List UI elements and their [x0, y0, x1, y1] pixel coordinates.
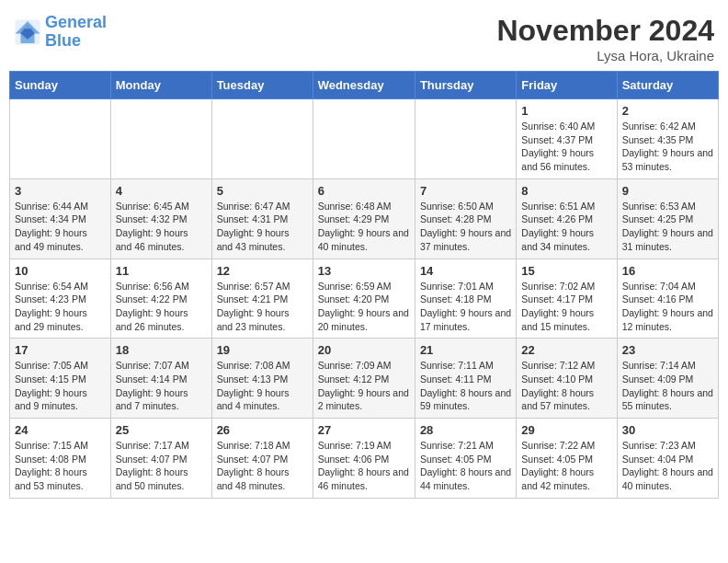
- day-info: Sunrise: 7:15 AMSunset: 4:08 PMDaylight:…: [15, 439, 106, 493]
- day-cell: [415, 99, 516, 179]
- day-number: 24: [15, 423, 106, 437]
- day-cell: 12Sunrise: 6:57 AMSunset: 4:21 PMDayligh…: [211, 259, 313, 339]
- day-number: 17: [15, 343, 106, 357]
- day-cell: 2Sunrise: 6:42 AMSunset: 4:35 PMDaylight…: [617, 99, 718, 179]
- day-number: 19: [217, 343, 308, 357]
- day-cell: 29Sunrise: 7:22 AMSunset: 4:05 PMDayligh…: [517, 419, 617, 499]
- day-number: 28: [420, 423, 511, 437]
- day-info: Sunrise: 6:48 AMSunset: 4:29 PMDaylight:…: [318, 200, 410, 254]
- day-number: 23: [622, 343, 713, 357]
- calendar-header: SundayMondayTuesdayWednesdayThursdayFrid…: [10, 72, 719, 99]
- day-number: 4: [116, 184, 207, 198]
- month-title: November 2024: [496, 14, 714, 48]
- day-cell: 16Sunrise: 7:04 AMSunset: 4:16 PMDayligh…: [617, 259, 718, 339]
- day-info: Sunrise: 7:23 AMSunset: 4:04 PMDaylight:…: [622, 439, 713, 493]
- day-cell: 4Sunrise: 6:45 AMSunset: 4:32 PMDaylight…: [110, 178, 211, 259]
- day-info: Sunrise: 7:21 AMSunset: 4:05 PMDaylight:…: [420, 439, 511, 493]
- week-row-1: 1Sunrise: 6:40 AMSunset: 4:37 PMDaylight…: [10, 99, 719, 179]
- day-cell: 3Sunrise: 6:44 AMSunset: 4:34 PMDaylight…: [10, 178, 111, 259]
- day-number: 27: [318, 423, 410, 437]
- day-cell: 24Sunrise: 7:15 AMSunset: 4:08 PMDayligh…: [10, 419, 111, 499]
- day-info: Sunrise: 7:08 AMSunset: 4:13 PMDaylight:…: [217, 359, 308, 413]
- day-cell: [110, 99, 211, 179]
- weekday-thursday: Thursday: [415, 72, 516, 99]
- day-number: 21: [420, 343, 511, 357]
- day-cell: [313, 99, 415, 179]
- day-number: 15: [521, 264, 611, 278]
- weekday-friday: Friday: [517, 72, 617, 99]
- day-cell: 7Sunrise: 6:50 AMSunset: 4:28 PMDaylight…: [415, 178, 516, 259]
- logo-text: General Blue: [45, 14, 107, 51]
- day-cell: 10Sunrise: 6:54 AMSunset: 4:23 PMDayligh…: [10, 259, 111, 339]
- day-info: Sunrise: 6:45 AMSunset: 4:32 PMDaylight:…: [116, 200, 207, 254]
- day-number: 22: [521, 343, 611, 357]
- day-info: Sunrise: 7:22 AMSunset: 4:05 PMDaylight:…: [521, 439, 611, 493]
- day-cell: 26Sunrise: 7:18 AMSunset: 4:07 PMDayligh…: [211, 419, 313, 499]
- day-number: 12: [217, 264, 308, 278]
- logo-icon: [14, 18, 41, 46]
- calendar-body: 1Sunrise: 6:40 AMSunset: 4:37 PMDaylight…: [10, 99, 719, 499]
- day-info: Sunrise: 7:05 AMSunset: 4:15 PMDaylight:…: [15, 359, 106, 413]
- weekday-row: SundayMondayTuesdayWednesdayThursdayFrid…: [10, 72, 719, 99]
- day-cell: 18Sunrise: 7:07 AMSunset: 4:14 PMDayligh…: [110, 339, 211, 419]
- day-cell: 14Sunrise: 7:01 AMSunset: 4:18 PMDayligh…: [415, 259, 516, 339]
- day-info: Sunrise: 6:40 AMSunset: 4:37 PMDaylight:…: [521, 120, 611, 174]
- weekday-monday: Monday: [110, 72, 211, 99]
- day-number: 8: [521, 184, 611, 198]
- calendar-table: SundayMondayTuesdayWednesdayThursdayFrid…: [9, 71, 719, 499]
- day-cell: 23Sunrise: 7:14 AMSunset: 4:09 PMDayligh…: [617, 339, 718, 419]
- logo-blue: Blue: [45, 31, 81, 50]
- weekday-wednesday: Wednesday: [313, 72, 415, 99]
- day-cell: 13Sunrise: 6:59 AMSunset: 4:20 PMDayligh…: [313, 259, 415, 339]
- day-number: 9: [622, 184, 713, 198]
- day-cell: 20Sunrise: 7:09 AMSunset: 4:12 PMDayligh…: [313, 339, 415, 419]
- day-info: Sunrise: 7:07 AMSunset: 4:14 PMDaylight:…: [116, 359, 207, 413]
- day-cell: 5Sunrise: 6:47 AMSunset: 4:31 PMDaylight…: [211, 178, 313, 259]
- week-row-5: 24Sunrise: 7:15 AMSunset: 4:08 PMDayligh…: [10, 419, 719, 499]
- day-info: Sunrise: 6:53 AMSunset: 4:25 PMDaylight:…: [622, 200, 713, 254]
- day-number: 7: [420, 184, 511, 198]
- day-number: 13: [318, 264, 410, 278]
- day-cell: 6Sunrise: 6:48 AMSunset: 4:29 PMDaylight…: [313, 178, 415, 259]
- day-cell: 28Sunrise: 7:21 AMSunset: 4:05 PMDayligh…: [415, 419, 516, 499]
- day-number: 20: [318, 343, 410, 357]
- day-info: Sunrise: 7:14 AMSunset: 4:09 PMDaylight:…: [622, 359, 713, 413]
- weekday-saturday: Saturday: [617, 72, 718, 99]
- day-info: Sunrise: 6:47 AMSunset: 4:31 PMDaylight:…: [217, 200, 308, 254]
- day-number: 26: [217, 423, 308, 437]
- header: General Blue November 2024 Lysa Hora, Uk…: [9, 9, 719, 63]
- day-info: Sunrise: 6:51 AMSunset: 4:26 PMDaylight:…: [521, 200, 611, 254]
- logo: General Blue: [14, 14, 107, 51]
- day-number: 10: [15, 264, 106, 278]
- day-info: Sunrise: 7:12 AMSunset: 4:10 PMDaylight:…: [521, 359, 611, 413]
- day-number: 6: [318, 184, 410, 198]
- day-info: Sunrise: 7:11 AMSunset: 4:11 PMDaylight:…: [420, 359, 511, 413]
- day-info: Sunrise: 7:19 AMSunset: 4:06 PMDaylight:…: [318, 439, 410, 493]
- day-number: 14: [420, 264, 511, 278]
- day-number: 3: [15, 184, 106, 198]
- title-area: November 2024 Lysa Hora, Ukraine: [496, 14, 714, 63]
- week-row-2: 3Sunrise: 6:44 AMSunset: 4:34 PMDaylight…: [10, 178, 719, 259]
- day-info: Sunrise: 6:54 AMSunset: 4:23 PMDaylight:…: [15, 280, 106, 334]
- day-number: 1: [521, 104, 611, 118]
- day-cell: 8Sunrise: 6:51 AMSunset: 4:26 PMDaylight…: [517, 178, 617, 259]
- day-number: 2: [622, 104, 713, 118]
- day-cell: 21Sunrise: 7:11 AMSunset: 4:11 PMDayligh…: [415, 339, 516, 419]
- day-info: Sunrise: 7:02 AMSunset: 4:17 PMDaylight:…: [521, 280, 611, 334]
- day-cell: 1Sunrise: 6:40 AMSunset: 4:37 PMDaylight…: [517, 99, 617, 179]
- day-cell: 30Sunrise: 7:23 AMSunset: 4:04 PMDayligh…: [617, 419, 718, 499]
- location-title: Lysa Hora, Ukraine: [496, 48, 714, 63]
- day-cell: 11Sunrise: 6:56 AMSunset: 4:22 PMDayligh…: [110, 259, 211, 339]
- day-number: 5: [217, 184, 308, 198]
- day-number: 30: [622, 423, 713, 437]
- day-number: 18: [116, 343, 207, 357]
- day-info: Sunrise: 6:57 AMSunset: 4:21 PMDaylight:…: [217, 280, 308, 334]
- day-cell: 19Sunrise: 7:08 AMSunset: 4:13 PMDayligh…: [211, 339, 313, 419]
- day-number: 29: [521, 423, 611, 437]
- day-cell: 9Sunrise: 6:53 AMSunset: 4:25 PMDaylight…: [617, 178, 718, 259]
- day-info: Sunrise: 6:59 AMSunset: 4:20 PMDaylight:…: [318, 280, 410, 334]
- day-number: 16: [622, 264, 713, 278]
- day-number: 25: [116, 423, 207, 437]
- day-info: Sunrise: 7:17 AMSunset: 4:07 PMDaylight:…: [116, 439, 207, 493]
- day-info: Sunrise: 6:50 AMSunset: 4:28 PMDaylight:…: [420, 200, 511, 254]
